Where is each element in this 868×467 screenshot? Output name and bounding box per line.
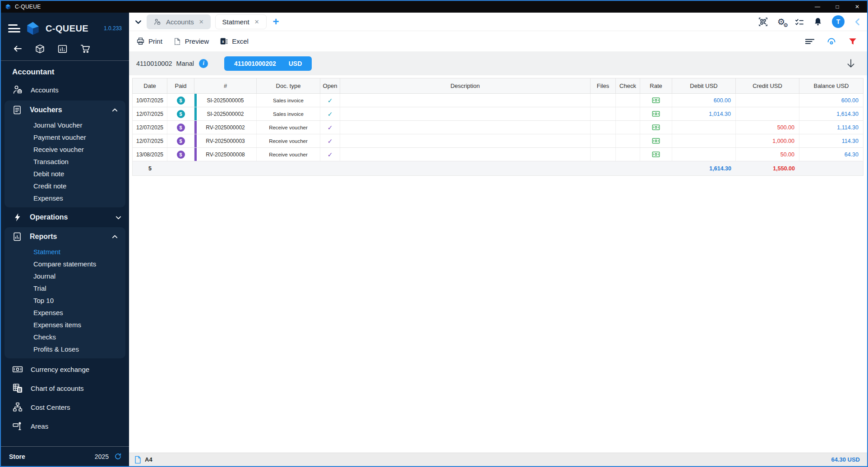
sidebar-item-trial[interactable]: Trial bbox=[5, 282, 125, 294]
col-header-date[interactable]: Date bbox=[133, 78, 167, 93]
col-header-credit[interactable]: Credit USD bbox=[736, 78, 799, 93]
cell-doc-type: Receive voucher bbox=[257, 121, 320, 134]
tabs-chevron-down-icon[interactable] bbox=[134, 18, 142, 26]
sidebar-group-vouchers-header[interactable]: Vouchers bbox=[5, 101, 125, 119]
sidebar-item-checks[interactable]: Checks bbox=[5, 331, 125, 343]
print-button[interactable]: Print bbox=[136, 37, 162, 46]
sidebar-item-transaction[interactable]: Transaction bbox=[5, 156, 125, 168]
user-avatar[interactable]: T bbox=[832, 15, 845, 28]
qr-scan-icon[interactable] bbox=[758, 17, 768, 27]
notifications-bell-icon[interactable] bbox=[813, 17, 822, 26]
rate-banknote-icon[interactable] bbox=[640, 148, 672, 161]
table-row[interactable]: 12/07/2025 $ RV-2025000002 Receive vouch… bbox=[132, 121, 863, 134]
sidebar-item-accounts[interactable]: Accounts bbox=[1, 80, 129, 99]
cell-balance: 64.30 bbox=[799, 148, 863, 161]
col-header-check[interactable]: Check bbox=[616, 78, 640, 93]
collapse-chevron-left-icon[interactable] bbox=[854, 18, 861, 26]
sidebar-item-label: Operations bbox=[30, 213, 68, 221]
titlebar: C-QUEUE — □ ✕ bbox=[1, 1, 867, 13]
cell-debit bbox=[672, 148, 736, 161]
sidebar-item-debit-note[interactable]: Debit note bbox=[5, 168, 125, 180]
settings-gears-icon[interactable]: ⚙⚙ bbox=[777, 18, 785, 26]
col-header-open[interactable]: Open bbox=[320, 78, 340, 93]
sidebar-group-reports-header[interactable]: Reports bbox=[5, 227, 125, 246]
table-row[interactable]: 12/07/2025 $ RV-2025000003 Receive vouch… bbox=[132, 134, 863, 148]
rate-banknote-icon[interactable] bbox=[640, 121, 672, 134]
table-header-row: Date Paid # Doc. type Open Description F… bbox=[132, 78, 863, 94]
tab-accounts[interactable]: Accounts ✕ bbox=[147, 14, 211, 29]
sidebar-item-journal-voucher[interactable]: Journal Voucher bbox=[5, 119, 125, 131]
excel-export-button[interactable]: x Excel bbox=[220, 37, 249, 46]
sidebar-item-credit-note[interactable]: Credit note bbox=[5, 180, 125, 192]
products-cube-icon[interactable] bbox=[35, 44, 45, 54]
account-number-button[interactable]: 411001000202 USD bbox=[224, 56, 312, 71]
refresh-icon[interactable] bbox=[114, 453, 122, 460]
doc-color-bar bbox=[194, 121, 197, 134]
filter-funnel-icon[interactable] bbox=[848, 37, 857, 46]
tab-close-icon[interactable]: ✕ bbox=[199, 18, 204, 25]
sidebar-item-currency-exchange[interactable]: Currency exchange bbox=[1, 360, 129, 379]
col-header-paid[interactable]: Paid bbox=[167, 78, 194, 93]
open-check-icon: ✓ bbox=[328, 97, 333, 104]
doc-number-text: RV-2025000002 bbox=[206, 124, 245, 131]
watch-live-icon[interactable] bbox=[826, 37, 836, 46]
info-icon[interactable]: i bbox=[199, 59, 208, 68]
sidebar-item-chart-of-accounts[interactable]: Chart of accounts bbox=[1, 379, 129, 398]
dashboard-chart-icon[interactable] bbox=[57, 44, 68, 54]
sidebar-item-compare-statements[interactable]: Compare statements bbox=[5, 258, 125, 270]
doc-color-bar bbox=[194, 94, 197, 107]
sidebar-item-top-10[interactable]: Top 10 bbox=[5, 294, 125, 307]
sidebar-item-payment-voucher[interactable]: Payment voucher bbox=[5, 131, 125, 143]
minimize-button[interactable]: — bbox=[808, 1, 827, 13]
sidebar-item-statement[interactable]: Statment bbox=[5, 246, 125, 258]
sidebar-item-operations[interactable]: Operations bbox=[1, 209, 129, 226]
rate-banknote-icon[interactable] bbox=[640, 94, 672, 107]
sidebar-item-areas[interactable]: Areas bbox=[1, 417, 129, 435]
cell-debit bbox=[672, 121, 736, 134]
app-window: C-QUEUE — □ ✕ C-QUEUE 1.0.233 bbox=[0, 0, 868, 467]
cart-icon[interactable] bbox=[80, 43, 91, 54]
table-row[interactable]: 10/07/2025 $ SI-2025000005 Sales invoice… bbox=[132, 94, 863, 107]
sidebar-item-expenses[interactable]: Expenses bbox=[5, 192, 125, 204]
document-icon bbox=[12, 105, 22, 115]
sidebar-item-profits-loses[interactable]: Profits & Loses bbox=[5, 343, 125, 355]
tab-statement[interactable]: Statment ✕ bbox=[215, 14, 267, 29]
back-arrow-icon[interactable] bbox=[13, 44, 23, 54]
col-header-rate[interactable]: Rate bbox=[640, 78, 672, 93]
sidebar-item-cost-centers[interactable]: Cost Centers bbox=[1, 398, 129, 417]
col-header-description[interactable]: Description bbox=[340, 78, 591, 93]
cell-check bbox=[616, 148, 640, 161]
sidebar-item-expenses-report[interactable]: Expenses bbox=[5, 307, 125, 319]
maximize-button[interactable]: □ bbox=[827, 1, 847, 13]
account-name: Manal bbox=[176, 60, 194, 67]
column-settings-icon[interactable] bbox=[805, 38, 815, 45]
col-header-balance[interactable]: Balance USD bbox=[799, 78, 863, 93]
new-tab-button[interactable]: + bbox=[273, 16, 279, 27]
doc-number-text: SI-2025000002 bbox=[207, 111, 244, 117]
rate-banknote-icon[interactable] bbox=[640, 134, 672, 147]
table-row[interactable]: 13/08/2025 $ RV-2025000008 Receive vouch… bbox=[132, 148, 863, 161]
col-header-number[interactable]: # bbox=[194, 78, 257, 93]
col-header-debit[interactable]: Debit USD bbox=[672, 78, 736, 93]
tab-label: Statment bbox=[222, 18, 249, 26]
sidebar-item-receive-voucher[interactable]: Receive voucher bbox=[5, 143, 125, 156]
cell-doc-number: RV-2025000003 bbox=[194, 134, 257, 147]
tab-close-icon[interactable]: ✕ bbox=[254, 18, 259, 25]
page-size-label[interactable]: A4 bbox=[145, 456, 152, 463]
sidebar-item-expenses-items[interactable]: Expenses items bbox=[5, 319, 125, 331]
sidebar-group-label: Vouchers bbox=[30, 106, 62, 114]
download-arrow-icon[interactable] bbox=[845, 58, 856, 69]
col-header-files[interactable]: Files bbox=[591, 78, 616, 93]
cell-debit bbox=[672, 134, 736, 147]
close-button[interactable]: ✕ bbox=[847, 1, 867, 13]
tasks-checklist-icon[interactable] bbox=[794, 17, 804, 27]
col-header-doc-type[interactable]: Doc. type bbox=[257, 78, 320, 93]
preview-button[interactable]: Preview bbox=[173, 37, 209, 46]
table-row[interactable]: 12/07/2025 $ SI-2025000002 Sales invoice… bbox=[132, 107, 863, 121]
sidebar-item-journal[interactable]: Journal bbox=[5, 270, 125, 282]
report-chart-icon bbox=[12, 232, 22, 242]
sidebar-section-heading: Accountant bbox=[1, 61, 129, 80]
menu-hamburger-icon[interactable] bbox=[8, 23, 20, 35]
open-check-icon: ✓ bbox=[328, 110, 333, 118]
rate-banknote-icon[interactable] bbox=[640, 107, 672, 120]
